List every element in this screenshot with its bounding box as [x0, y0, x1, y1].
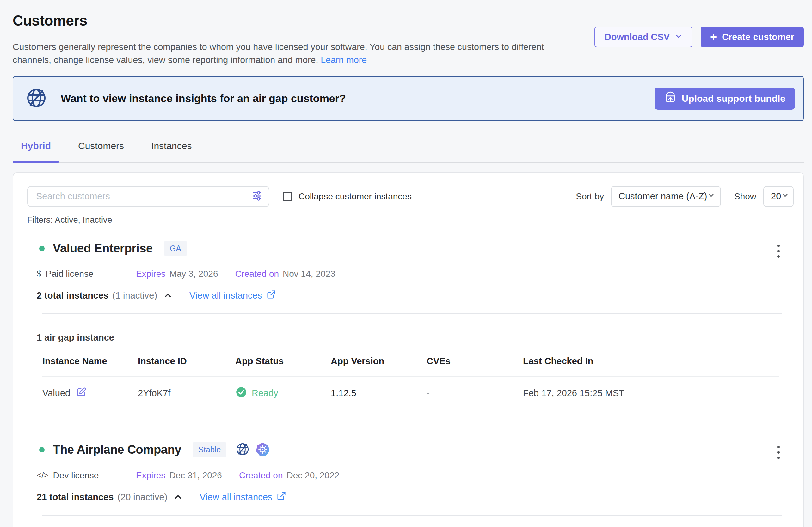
customer-separator — [19, 425, 793, 426]
customer-meta: </> Dev license Expires Dec 31, 2026 Cre… — [27, 470, 794, 481]
active-status-dot — [39, 447, 45, 452]
created-value: Nov 14, 2023 — [283, 269, 335, 279]
download-csv-button[interactable]: Download CSV — [594, 27, 693, 47]
created-label: Created on — [235, 269, 279, 279]
expires-label: Expires — [136, 269, 165, 279]
chevron-down-icon — [675, 32, 682, 42]
upload-support-bundle-button[interactable]: Upload support bundle — [654, 88, 795, 110]
page-description: Customers generally represent the compan… — [13, 41, 544, 67]
filter-sliders-icon[interactable] — [251, 190, 263, 203]
header-actions: Download CSV + Create customer — [594, 27, 804, 67]
sort-by-select[interactable]: Customer name (A-Z) — [611, 186, 721, 207]
created-field: Created on Dec 20, 2022 — [239, 470, 339, 481]
expires-label: Expires — [136, 470, 165, 481]
create-customer-label: Create customer — [722, 32, 794, 42]
airgap-globe-icon — [235, 442, 250, 458]
airgap-banner: Want to view instance insights for an ai… — [13, 76, 804, 121]
tab-hybrid[interactable]: Hybrid — [13, 136, 59, 162]
instance-table-header: Instance Name Instance ID App Status App… — [42, 356, 779, 377]
expires-value: May 3, 2026 — [169, 269, 218, 279]
show-label: Show — [734, 192, 756, 201]
list-toolbar: Collapse customer instances Sort by Cust… — [27, 186, 794, 207]
page-header-text: Customers Customers generally represent … — [13, 10, 544, 67]
instance-id: 2YfoK7f — [138, 388, 235, 398]
show-count-value: 20 — [771, 191, 781, 201]
airgap-globe-icon — [25, 87, 47, 110]
created-label: Created on — [239, 470, 283, 481]
tab-customers[interactable]: Customers — [70, 136, 132, 162]
license-type-label: Paid license — [45, 269, 93, 279]
license-type: $ Paid license — [37, 269, 136, 279]
license-type: </> Dev license — [37, 470, 136, 481]
customer-menu-button[interactable] — [774, 443, 783, 462]
customer-list-card: Collapse customer instances Sort by Cust… — [13, 172, 804, 527]
app-version: 1.12.5 — [331, 388, 426, 398]
tab-instances[interactable]: Instances — [143, 136, 200, 162]
show-count-select[interactable]: 20 — [763, 186, 794, 207]
app-status: Ready — [252, 388, 278, 398]
description-line-2: channels, change license values, view so… — [13, 55, 318, 65]
total-instances-text: 2 total instances — [37, 290, 108, 301]
paid-license-icon: $ — [37, 269, 41, 278]
collapse-checkbox-label: Collapse customer instances — [299, 192, 412, 201]
upload-support-bundle-label: Upload support bundle — [682, 93, 785, 104]
active-filters-text: Filters: Active, Inactive — [27, 215, 794, 225]
expires-field: Expires Dec 31, 2026 — [136, 470, 222, 481]
sort-by-label: Sort by — [576, 192, 604, 201]
external-link-icon — [277, 491, 286, 503]
learn-more-link[interactable]: Learn more — [321, 55, 367, 65]
instance-row: Valued 2YfoK7f Ready — [42, 377, 779, 410]
chevron-up-icon[interactable] — [173, 492, 183, 502]
section-divider — [42, 313, 782, 314]
view-all-instances-label: View all instances — [200, 492, 272, 502]
inactive-count-text: (20 inactive) — [117, 492, 167, 502]
customer-section-airplane-company: The Airplane Company Stable — [27, 442, 794, 527]
edit-icon[interactable] — [76, 387, 87, 400]
external-link-icon — [266, 290, 276, 301]
channel-badge: GA — [164, 241, 187, 256]
view-all-instances-link[interactable]: View all instances — [189, 290, 276, 301]
dev-license-icon: </> — [37, 470, 49, 480]
app-status-cell: Ready — [235, 386, 331, 400]
search-box — [27, 186, 270, 207]
total-instances-text: 21 total instances — [37, 492, 114, 502]
upload-icon — [664, 91, 677, 106]
view-all-instances-link[interactable]: View all instances — [200, 491, 286, 503]
created-field: Created on Nov 14, 2023 — [235, 269, 335, 279]
customer-meta: $ Paid license Expires May 3, 2026 Creat… — [27, 269, 794, 279]
last-checked-in: Feb 17, 2026 15:25 MST — [523, 388, 779, 398]
section-divider — [42, 515, 782, 516]
customer-type-icons — [235, 442, 270, 458]
customer-name[interactable]: The Airplane Company — [53, 443, 181, 456]
instance-name-cell: Valued — [42, 387, 138, 400]
page-header: Customers Customers generally represent … — [0, 0, 812, 67]
col-instance-id: Instance ID — [138, 356, 235, 366]
col-app-status: App Status — [235, 356, 331, 366]
customer-header: The Airplane Company Stable — [27, 442, 794, 458]
instances-summary: 21 total instances (20 inactive) View al… — [27, 491, 794, 503]
download-csv-label: Download CSV — [605, 32, 670, 42]
customer-menu-button[interactable] — [774, 241, 783, 261]
license-type-label: Dev license — [53, 470, 99, 481]
collapse-checkbox[interactable] — [283, 192, 292, 201]
chevron-up-icon[interactable] — [163, 290, 173, 300]
customer-name[interactable]: Valued Enterprise — [53, 242, 153, 255]
col-instance-name: Instance Name — [42, 356, 138, 366]
tab-bar: Hybrid Customers Instances — [13, 136, 804, 163]
search-input[interactable] — [35, 191, 251, 202]
view-all-instances-label: View all instances — [189, 290, 262, 301]
collapse-instances-control[interactable]: Collapse customer instances — [283, 192, 412, 201]
col-last-checked-in: Last Checked In — [523, 356, 779, 366]
create-customer-button[interactable]: + Create customer — [701, 27, 804, 47]
chevron-down-icon — [707, 191, 715, 201]
inactive-count-text: (1 inactive) — [112, 290, 157, 301]
instances-summary: 2 total instances (1 inactive) View all … — [27, 290, 794, 301]
customer-header: Valued Enterprise GA — [27, 241, 794, 256]
active-status-dot — [39, 246, 45, 251]
customer-section-valued-enterprise: Valued Enterprise GA $ Paid license Expi… — [27, 241, 794, 410]
customers-page: Customers Customers generally represent … — [0, 0, 812, 527]
expires-value: Dec 31, 2026 — [169, 470, 222, 481]
chevron-down-icon — [781, 191, 789, 201]
instance-name: Valued — [42, 388, 70, 398]
created-value: Dec 20, 2022 — [287, 470, 339, 481]
